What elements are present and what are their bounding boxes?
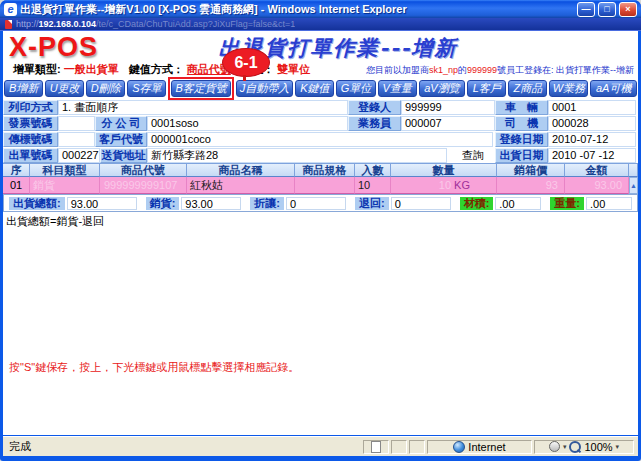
- query-button[interactable]: 查詢: [453, 149, 493, 164]
- address-bar[interactable]: http://192.168.0.104/te/c_CData/ChuTuiAd…: [0, 18, 641, 31]
- login-merchant: sk1_np: [429, 65, 458, 75]
- address-field[interactable]: 新竹縣李路28: [147, 148, 447, 163]
- quantity-value: 10: [439, 178, 451, 193]
- globe-icon: [453, 441, 465, 453]
- status-zoom-panel[interactable]: ▾ 100% ▾: [534, 440, 634, 454]
- button-machine[interactable]: aA可機: [590, 80, 637, 97]
- login-employee: 999999: [467, 65, 497, 75]
- register-field[interactable]: 999999: [401, 100, 495, 115]
- return-pair: 退回: 0: [355, 197, 451, 210]
- button-customer[interactable]: L客戶: [467, 80, 506, 97]
- unit-mode-value: 雙單位: [277, 63, 310, 75]
- caret-down-icon-2[interactable]: ▾: [616, 443, 620, 451]
- page-icon: [5, 20, 12, 29]
- zoom-level[interactable]: 100%: [584, 441, 612, 453]
- url-protocol: http://: [16, 19, 39, 29]
- col-product-code: 商品代號: [100, 163, 187, 177]
- zone-text: Internet: [468, 441, 505, 453]
- close-button[interactable]: ×: [619, 2, 637, 17]
- quantity-unit: KG: [454, 178, 470, 193]
- status-text: 完成: [3, 439, 363, 454]
- annotation-line: [243, 75, 246, 81]
- driver-field[interactable]: 000028: [548, 116, 636, 131]
- button-auto-fill[interactable]: J自動帶入: [236, 80, 294, 97]
- col-amount: 金額: [565, 163, 629, 177]
- login-info: 您目前以加盟商sk1_np的999999號員工登錄在: 出貨打單作業--增新: [366, 64, 634, 77]
- volume-pair: 材積: .00: [460, 197, 542, 210]
- cell-account-type: 銷貨: [30, 177, 100, 194]
- caret-down-icon-1[interactable]: ▾: [563, 443, 567, 451]
- sales-field[interactable]: 93.00: [181, 197, 241, 210]
- register-label: 登錄人: [348, 100, 401, 115]
- button-browse[interactable]: aV瀏覽: [419, 80, 466, 97]
- login-suffix: 號員工登錄在: 出貨打單作業--增新: [497, 65, 634, 75]
- button-add[interactable]: B增新: [4, 80, 43, 97]
- volume-label: 材積:: [460, 197, 494, 210]
- minimize-button[interactable]: —: [577, 2, 595, 17]
- discount-field[interactable]: 0: [286, 197, 346, 210]
- col-account-type: 科目類型: [30, 163, 100, 177]
- volume-field[interactable]: .00: [495, 197, 541, 210]
- url-text[interactable]: http://192.168.0.104/te/c_CData/ChuTuiAd…: [16, 19, 295, 29]
- maximize-button[interactable]: □: [598, 2, 616, 17]
- total-label: 出貨總額:: [9, 197, 65, 210]
- total-field[interactable]: 93.00: [67, 197, 137, 210]
- order-type-label: 增單類型:: [13, 63, 61, 75]
- button-save[interactable]: S存單: [127, 80, 166, 97]
- annotation-badge: 6-1: [222, 48, 270, 77]
- cell-product-code: 999999999107: [100, 177, 187, 194]
- print-mode-field[interactable]: 1. 畫面順序: [58, 100, 348, 115]
- magnifier-icon[interactable]: [569, 441, 581, 453]
- url-path: /te/c_CData/ChuTuiAdd.asp?JiXuFlag=false…: [96, 19, 295, 29]
- totals-bar: 出貨總額: 93.00 銷貨: 93.00 折讓: 0 退回: 0 材積: .0…: [3, 194, 638, 212]
- invoice-label: 發票號碼: [3, 116, 58, 131]
- vehicle-field[interactable]: 0001: [548, 100, 636, 115]
- sales-label: 銷貨:: [146, 197, 180, 210]
- button-product[interactable]: Z商品: [508, 80, 547, 97]
- page-content: X-POS 出退貨打單作業---增新 增單類型: 一般出貨單 鍵值方式： 商品代…: [3, 31, 638, 435]
- gauge-icon[interactable]: [549, 441, 560, 452]
- vehicle-label: 車 輛: [495, 100, 548, 115]
- orderno-field[interactable]: 000227: [58, 148, 100, 163]
- address-label: 送貨地址: [100, 148, 147, 163]
- regdate-field[interactable]: 2010-07-12: [548, 132, 636, 147]
- total-pair: 出貨總額: 93.00: [9, 197, 137, 210]
- table-row[interactable]: 01 銷貨 999999999107 紅秋姑 10 10KG 93 93.00 …: [3, 177, 638, 194]
- button-custom-code[interactable]: B客定貨號: [171, 80, 230, 97]
- toolbar: B增新 U更改 D刪除 S存單 B客定貨號 J自動帶入 K鍵值 G單位 V查量 …: [3, 78, 638, 99]
- invoice-field[interactable]: [58, 116, 95, 131]
- login-prefix: 您目前以加盟商: [366, 65, 429, 75]
- customer-label: 客戶代號: [95, 132, 147, 147]
- cell-seq: 01: [3, 177, 30, 194]
- salesman-field[interactable]: 000007: [401, 116, 495, 131]
- print-mode-label: 列印方式: [3, 100, 58, 115]
- totals-formula: 出貨總額=銷貨-退回: [6, 214, 104, 229]
- button-update[interactable]: U更改: [45, 80, 84, 97]
- cell-product-name: 紅秋姑: [187, 177, 295, 194]
- col-pack-count: 入數: [355, 163, 391, 177]
- button-check-qty[interactable]: V查量: [378, 80, 417, 97]
- weight-field[interactable]: .00: [586, 197, 632, 210]
- driver-label: 司 機: [495, 116, 548, 131]
- shipdate-label: 出貨日期: [495, 148, 548, 163]
- branch-field[interactable]: 0001soso: [147, 116, 348, 131]
- customer-field[interactable]: 000001coco: [147, 132, 493, 147]
- branch-label: 分 公 司: [95, 116, 147, 131]
- shipdate-field[interactable]: 2010 -07 -12: [548, 148, 636, 163]
- login-of: 的: [458, 65, 467, 75]
- button-unit[interactable]: G單位: [336, 80, 375, 97]
- discount-pair: 折讓: 0: [250, 197, 346, 210]
- return-field[interactable]: 0: [391, 197, 451, 210]
- button-key-value[interactable]: K鍵值: [295, 80, 334, 97]
- table-header: 序 科目類型 商品代號 商品名稱 商品規格 入數 數量 銷箱價 金額: [3, 163, 638, 177]
- scroll-up-button[interactable]: ▲: [629, 177, 638, 194]
- button-delete[interactable]: D刪除: [86, 80, 125, 97]
- tag-field[interactable]: [58, 132, 95, 147]
- button-sales[interactable]: W業務: [549, 80, 588, 97]
- col-scroll-spacer: [629, 163, 638, 177]
- xpos-logo: X-POS: [9, 32, 98, 63]
- col-seq: 序: [3, 163, 30, 177]
- tag-label: 傳標號碼: [3, 132, 58, 147]
- status-empty-panel-2: [409, 440, 425, 454]
- regdate-label: 登錄日期: [495, 132, 548, 147]
